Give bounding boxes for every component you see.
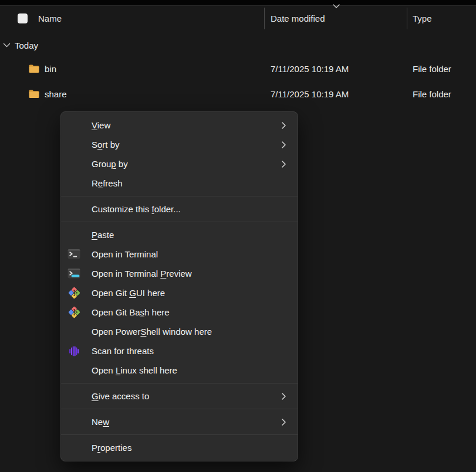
window-top-strip	[0, 0, 476, 6]
column-header-name[interactable]: Name	[38, 13, 62, 23]
menu-item-properties[interactable]: Properties	[61, 438, 298, 457]
menu-item-give-access-to[interactable]: Give access to	[61, 386, 298, 406]
chevron-right-icon	[281, 418, 286, 426]
menu-item-open-powershell-window-here[interactable]: Open PowerShell window here	[61, 322, 298, 341]
context-menu: View Sort by Group by RefreshCustomize t…	[60, 111, 298, 461]
menu-separator	[61, 409, 298, 409]
chevron-down-icon[interactable]	[3, 43, 11, 48]
chevron-right-icon	[281, 392, 286, 400]
menu-item-label: Open in Terminal	[92, 249, 158, 259]
menu-item-open-git-gui-here[interactable]: Open Git GUI here	[61, 283, 298, 303]
menu-icon-slot	[67, 390, 80, 403]
menu-separator	[61, 196, 298, 196]
file-name: share	[45, 89, 67, 99]
file-name: bin	[45, 64, 56, 74]
menu-item-group-by[interactable]: Group by	[61, 154, 298, 174]
menu-item-label: Customize this folder...	[92, 204, 181, 214]
menu-item-label: Open in Terminal Preview	[92, 269, 192, 279]
git-icon	[67, 306, 80, 319]
file-date-modified: 7/11/2025 10:19 AM	[271, 64, 349, 74]
menu-item-label: Scan for threats	[92, 346, 154, 356]
column-header-date-modified[interactable]: Date modified	[271, 13, 325, 23]
menu-icon-slot	[67, 416, 80, 429]
menu-item-label: Give access to	[92, 391, 149, 401]
menu-item-label: Open Git GUI here	[92, 288, 165, 298]
menu-separator	[61, 222, 298, 222]
menu-icon-slot	[67, 325, 80, 338]
menu-icon-slot	[67, 229, 80, 242]
menu-item-new[interactable]: New	[61, 412, 298, 432]
terminal-preview-icon	[67, 267, 80, 280]
sort-indicator-chevron-icon	[332, 4, 340, 9]
menu-icon-slot	[67, 138, 80, 151]
chevron-right-icon	[281, 121, 286, 130]
menu-item-label: Refresh	[92, 178, 123, 188]
menu-icon-slot	[67, 177, 80, 190]
menu-item-scan-for-threats[interactable]: Scan for threats	[61, 341, 298, 361]
file-type: File folder	[413, 89, 451, 99]
menu-icon-slot	[67, 442, 80, 454]
git-icon	[67, 287, 80, 300]
menu-item-open-git-bash-here[interactable]: Open Git Bash here	[61, 303, 298, 322]
group-header-today[interactable]: Today	[0, 37, 38, 53]
folder-icon	[28, 64, 40, 73]
menu-icon-slot	[67, 203, 80, 216]
menu-item-label: Open Git Bash here	[92, 307, 170, 317]
select-all-checkbox[interactable]	[18, 13, 28, 23]
menu-item-refresh[interactable]: Refresh	[61, 174, 298, 193]
file-row-bin[interactable]: bin7/11/2025 10:19 AMFile folder	[0, 59, 476, 78]
menu-item-label: View	[92, 120, 110, 130]
file-date-modified: 7/11/2025 10:19 AM	[271, 89, 349, 99]
menu-item-label: Paste	[92, 230, 114, 240]
file-row-share[interactable]: share7/11/2025 10:19 AMFile folder	[0, 84, 476, 103]
menu-item-label: Group by	[92, 159, 128, 169]
menu-item-label: New	[92, 417, 109, 427]
menu-item-paste[interactable]: Paste	[61, 225, 298, 245]
menu-item-open-in-terminal[interactable]: Open in Terminal	[61, 245, 298, 264]
menu-icon-slot	[67, 364, 80, 377]
terminal-icon	[67, 248, 80, 261]
column-header-row: Name Date modified Type	[0, 6, 476, 30]
column-header-type[interactable]: Type	[413, 13, 432, 23]
menu-item-sort-by[interactable]: Sort by	[61, 135, 298, 154]
menu-item-label: Open PowerShell window here	[92, 327, 212, 337]
file-explorer-window: Name Date modified Type Today bin7/11/20…	[0, 0, 476, 472]
menu-separator	[61, 434, 298, 435]
chevron-right-icon	[281, 160, 286, 168]
menu-icon-slot	[67, 119, 80, 132]
menu-item-label: Open Linux shell here	[92, 365, 177, 375]
menu-item-open-linux-shell-here[interactable]: Open Linux shell here	[61, 361, 298, 380]
malwarebytes-icon	[67, 345, 80, 358]
folder-icon	[28, 89, 40, 99]
chevron-right-icon	[281, 141, 286, 149]
column-divider[interactable]	[407, 8, 407, 29]
menu-separator	[61, 383, 298, 383]
menu-item-customize-this-folder[interactable]: Customize this folder...	[61, 199, 298, 219]
menu-icon-slot	[67, 158, 80, 171]
file-type: File folder	[413, 64, 451, 74]
menu-item-open-in-terminal-preview[interactable]: Open in Terminal Preview	[61, 264, 298, 283]
menu-item-label: Properties	[92, 443, 131, 453]
column-divider[interactable]	[264, 8, 265, 29]
menu-item-label: Sort by	[92, 140, 120, 150]
menu-item-view[interactable]: View	[61, 116, 298, 135]
group-label: Today	[15, 40, 38, 50]
